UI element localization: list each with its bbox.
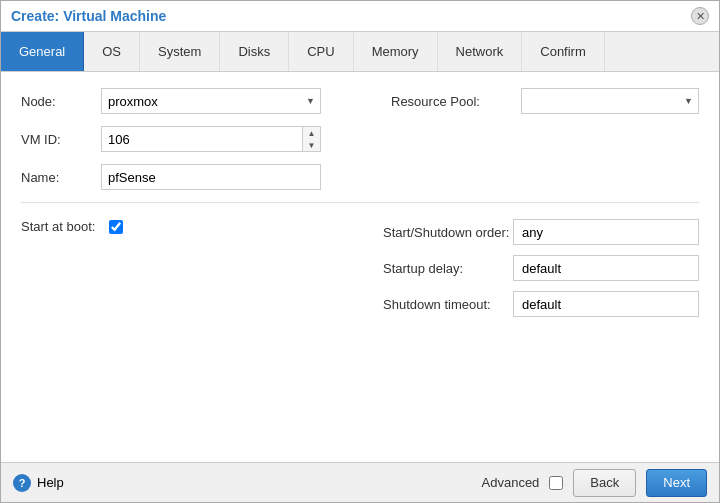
tab-general[interactable]: General (1, 32, 84, 71)
vmid-spinner: 106 ▲ ▼ (101, 126, 321, 152)
vmid-label: VM ID: (21, 132, 101, 147)
tab-os[interactable]: OS (84, 32, 140, 71)
next-button[interactable]: Next (646, 469, 707, 497)
tab-cpu[interactable]: CPU (289, 32, 353, 71)
start-shutdown-order-row: Start/Shutdown order: any (383, 219, 699, 245)
node-label: Node: (21, 94, 101, 109)
footer-left: ? Help (13, 474, 64, 492)
advanced-label: Advanced (482, 475, 540, 490)
shutdown-timeout-row: Shutdown timeout: default (383, 291, 699, 317)
vmid-up-arrow[interactable]: ▲ (303, 127, 320, 139)
help-label: Help (37, 475, 64, 490)
tab-bar: General OS System Disks CPU Memory Netwo… (1, 32, 719, 72)
boot-shutdown-section: Start at boot: Start/Shutdown order: any… (21, 219, 699, 327)
tab-network[interactable]: Network (438, 32, 523, 71)
start-at-boot-checkbox[interactable] (109, 220, 123, 234)
footer: ? Help Advanced Back Next (1, 462, 719, 502)
resource-pool-wrapper (521, 88, 699, 114)
startup-delay-row: Startup delay: default (383, 255, 699, 281)
startup-delay-input[interactable]: default (513, 255, 699, 281)
startup-delay-label: Startup delay: (383, 261, 513, 276)
back-button[interactable]: Back (573, 469, 636, 497)
resource-pool-label: Resource Pool: (391, 94, 521, 109)
window-title: Create: Virtual Machine (11, 8, 166, 24)
node-select[interactable]: proxmox (101, 88, 321, 114)
tab-confirm[interactable]: Confirm (522, 32, 605, 71)
boot-section: Start at boot: (21, 219, 383, 327)
title-bar: Create: Virtual Machine ✕ (1, 1, 719, 32)
resource-pool-select[interactable] (521, 88, 699, 114)
start-shutdown-order-label: Start/Shutdown order: (383, 225, 513, 240)
name-input[interactable]: pfSense (101, 164, 321, 190)
shutdown-section: Start/Shutdown order: any Startup delay:… (383, 219, 699, 327)
start-at-boot-label: Start at boot: (21, 219, 101, 234)
footer-right: Advanced Back Next (482, 469, 707, 497)
tab-disks[interactable]: Disks (220, 32, 289, 71)
vmid-input[interactable]: 106 (101, 126, 321, 152)
section-divider (21, 202, 699, 203)
help-icon[interactable]: ? (13, 474, 31, 492)
vmid-down-arrow[interactable]: ▼ (303, 139, 320, 151)
vmid-arrows: ▲ ▼ (302, 127, 320, 151)
shutdown-timeout-input[interactable]: default (513, 291, 699, 317)
start-shutdown-order-input[interactable]: any (513, 219, 699, 245)
advanced-checkbox[interactable] (549, 476, 563, 490)
tab-memory[interactable]: Memory (354, 32, 438, 71)
close-button[interactable]: ✕ (691, 7, 709, 25)
shutdown-timeout-label: Shutdown timeout: (383, 297, 513, 312)
tab-system[interactable]: System (140, 32, 220, 71)
main-window: Create: Virtual Machine ✕ General OS Sys… (0, 0, 720, 503)
node-select-wrapper: proxmox (101, 88, 321, 114)
form-content: Node: proxmox Resource Pool: VM ID: (1, 72, 719, 462)
name-label: Name: (21, 170, 101, 185)
start-at-boot-row: Start at boot: (21, 219, 383, 234)
